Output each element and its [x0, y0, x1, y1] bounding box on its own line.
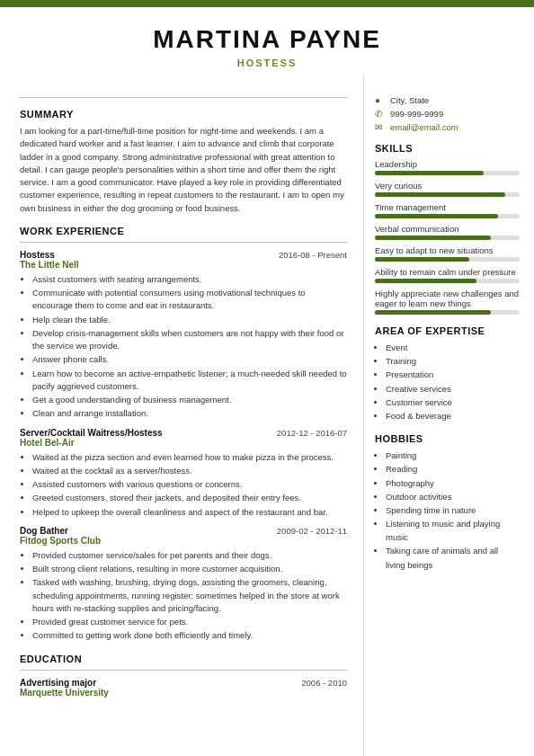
job-title-1: Hostess [20, 250, 55, 260]
hobby-item-4: Spending time in nature [386, 503, 520, 517]
resume-page: MARTINA PAYNE HOSTESS SUMMARY I am looki… [0, 0, 534, 756]
skill-bar-fill-6 [375, 310, 491, 315]
skill-item-3: Verbal communication [375, 224, 520, 240]
phone-icon: ✆ [375, 109, 386, 119]
edu-school-1: Marquette University [20, 688, 347, 698]
left-column: SUMMARY I am looking for a part-time/ful… [0, 74, 363, 756]
edu-header-1: Advertising major 2006 - 2010 [20, 678, 347, 688]
bullet: Assist customers with seating arrangemen… [32, 273, 347, 286]
expertise-item-5: Food & beverage [386, 409, 520, 422]
top-bar [0, 0, 534, 7]
email-icon: ✉ [375, 122, 386, 132]
skill-bar-bg-1 [375, 192, 520, 197]
resume-title: HOSTESS [0, 58, 534, 68]
job-dates-1: 2016-08 - Present [279, 250, 347, 260]
work-experience-title: WORK EXPERIENCE [20, 226, 347, 236]
skill-bar-bg-2 [375, 214, 520, 218]
summary-text: I am looking for a part-time/full-time p… [20, 125, 347, 215]
bullet: Committed to getting work done both effi… [32, 629, 347, 642]
hobby-item-0: Painting [386, 449, 520, 462]
hobby-item-1: Reading [386, 462, 520, 476]
job-header-1: Hostess 2016-08 - Present [20, 250, 347, 260]
bullet: Tasked with washing, brushing, drying do… [32, 576, 347, 615]
location-text: City, State [390, 95, 429, 105]
hobby-item-5: Listening to music and playing music [386, 517, 520, 544]
skill-name-4: Easy to adapt to new situations [375, 245, 520, 255]
expertise-section-title: AREA OF EXPERTISE [375, 325, 520, 336]
skill-name-2: Time management [375, 202, 520, 212]
expertise-item-4: Customer service [386, 396, 520, 409]
job-company-3: Fitdog Sports Club [20, 536, 347, 546]
skill-name-5: Ability to remain calm under pressure [375, 267, 520, 277]
name-section: MARTINA PAYNE HOSTESS [0, 7, 534, 74]
skill-name-0: Leadership [375, 159, 520, 169]
contact-phone: ✆ 999-999-9999 [375, 109, 520, 119]
bullet: Communicate with potential consumers usi… [32, 287, 347, 313]
job-company-2: Hotel Bel-Air [20, 438, 347, 448]
hobbies-section-title: HOBBIES [375, 433, 520, 444]
summary-section-title: SUMMARY [20, 109, 347, 120]
skill-name-1: Very curious [375, 181, 520, 191]
resume-name: MARTINA PAYNE [0, 25, 534, 54]
job-title-3: Dog Bather [20, 526, 68, 536]
job-header-2: Server/Cocktail Waitress/Hostess 2012-12… [20, 428, 347, 438]
right-column: ● City, State ✆ 999-999-9999 ✉ email@ema… [363, 74, 534, 756]
bullet: Develop crisis-management skills when cu… [32, 327, 347, 353]
job-bullets-3: Provided customer service/sales for pet … [20, 549, 347, 643]
bullet: Clean and arrange installation. [32, 407, 347, 420]
skill-item-2: Time management [375, 202, 520, 218]
hobby-item-3: Outdoor activities [386, 490, 520, 503]
edu-dates-1: 2006 - 2010 [301, 678, 347, 688]
skill-item-0: Leadership [375, 159, 520, 175]
bullet: Helped to upkeep the overall cleanliness… [32, 506, 347, 519]
skill-bar-fill-0 [375, 171, 484, 175]
expertise-item-2: Presentation [386, 368, 520, 381]
expertise-list: Event Training Presentation Creative ser… [375, 341, 520, 422]
skill-bar-bg-4 [375, 257, 520, 262]
skill-bar-fill-4 [375, 257, 469, 262]
skill-item-1: Very curious [375, 181, 520, 197]
skill-bar-bg-0 [375, 171, 520, 175]
skill-bar-bg-3 [375, 236, 520, 240]
contact-section: ● City, State ✆ 999-999-9999 ✉ email@ema… [375, 95, 520, 132]
bullet: Learn how to become an active-empathetic… [32, 368, 347, 394]
skill-name-6: Highly appreciate new challenges and eag… [375, 289, 520, 308]
bullet: Assisted customers with various question… [32, 478, 347, 491]
contact-location: ● City, State [375, 95, 520, 105]
location-icon: ● [375, 95, 386, 105]
contact-email: ✉ email@email.com [375, 122, 520, 132]
skill-bar-fill-3 [375, 236, 491, 240]
job-dates-2: 2012-12 - 2016-07 [277, 428, 347, 438]
job-title-2: Server/Cocktail Waitress/Hostess [20, 428, 163, 438]
skill-bar-fill-5 [375, 279, 476, 283]
hobbies-list: Painting Reading Photography Outdoor act… [375, 449, 520, 572]
expertise-item-0: Event [386, 341, 520, 354]
skill-bar-bg-5 [375, 279, 520, 283]
phone-text: 999-999-9999 [390, 109, 443, 119]
job-bullets-1: Assist customers with seating arrangemen… [20, 273, 347, 421]
job-dates-3: 2009-02 - 2012-11 [277, 526, 347, 536]
job-header-3: Dog Bather 2009-02 - 2012-11 [20, 526, 347, 536]
skill-name-3: Verbal communication [375, 224, 520, 234]
skills-list: Leadership Very curious Time management [375, 159, 520, 315]
bullet: Built strong client relations, resulting… [32, 563, 347, 575]
bullet: Provided great customer service for pets… [32, 616, 347, 628]
skill-bar-bg-6 [375, 310, 520, 315]
skill-item-5: Ability to remain calm under pressure [375, 267, 520, 283]
skill-bar-fill-2 [375, 214, 498, 218]
bullet: Waited at the pizza section and even lea… [32, 451, 347, 464]
email-text: email@email.com [390, 122, 458, 132]
hobby-item-2: Photography [386, 476, 520, 490]
skill-item-4: Easy to adapt to new situations [375, 245, 520, 262]
bullet: Provided customer service/sales for pet … [32, 549, 347, 562]
skill-bar-fill-1 [375, 192, 505, 197]
bullet: Get a good understanding of business man… [32, 394, 347, 406]
bullet: Help clean the table. [32, 314, 347, 326]
expertise-item-1: Training [386, 354, 520, 368]
job-bullets-2: Waited at the pizza section and even lea… [20, 451, 347, 519]
skills-section-title: SKILLS [375, 143, 520, 154]
bullet: Greeted customers, stored their jackets,… [32, 492, 347, 504]
hobby-item-6: Taking care of animals and all living be… [386, 544, 520, 571]
job-company-1: The Little Nell [20, 260, 347, 270]
skill-item-6: Highly appreciate new challenges and eag… [375, 289, 520, 315]
